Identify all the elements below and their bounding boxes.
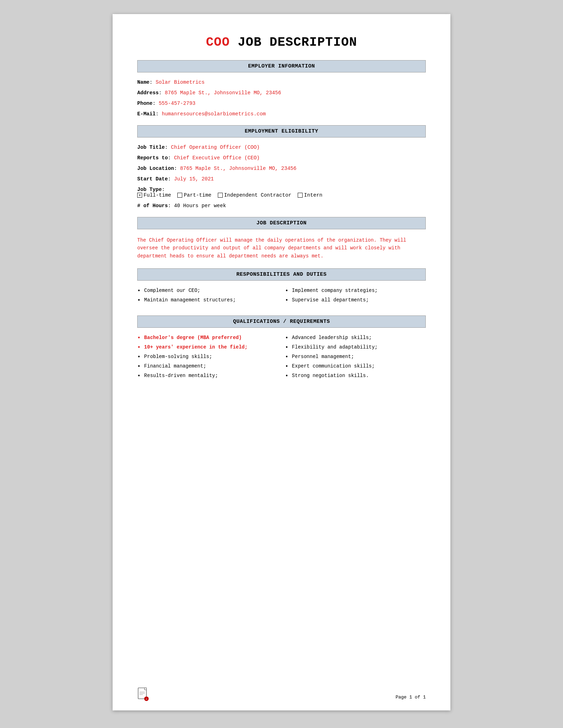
list-item: Implement company strategies; [285,288,426,294]
reports-to-label: Reports to [137,155,168,161]
list-item: Supervise all departments; [285,297,426,304]
phone-label: Phone [137,101,153,106]
contractor-checkbox[interactable] [218,193,223,198]
responsibilities-right-col: Implement company strategies; Supervise … [285,288,426,307]
svg-text:e: e [146,697,147,701]
hours-label: # of Hours [137,203,168,209]
document-icon: e [137,688,150,702]
list-item: Maintain management structures; [137,297,278,304]
document-page: COO JOB DESCRIPTION EMPLOYER INFORMATION… [113,14,450,710]
address-label: Address [137,90,159,96]
start-date-label: Start Date [137,176,168,182]
list-item: Results-driven mentality; [137,373,278,379]
page-title: COO JOB DESCRIPTION [137,35,426,50]
name-field: Name: Solar Biometrics [137,79,426,85]
employment-eligibility-header: EMPLOYMENT ELIGIBILITY [137,125,426,138]
qualifications-section: QUALIFICATIONS / REQUIREMENTS Bachelor's… [137,315,426,383]
list-item: Complement our CEO; [137,288,278,294]
list-item: Bachelor's degree (MBA preferred) [137,335,278,341]
qualifications-left-list: Bachelor's degree (MBA preferred) 10+ ye… [137,335,278,380]
employer-info-header: EMPLOYER INFORMATION [137,60,426,72]
job-location-field: Job Location: 8765 Maple St., Johnsonvil… [137,166,426,171]
list-item: Flexibility and adaptability; [285,344,426,351]
reports-to-field: Reports to: Chief Executive Office (CEO) [137,155,426,161]
phone-field: Phone: 555-457-2793 [137,101,426,106]
intern-checkbox[interactable] [298,193,303,198]
responsibilities-right-list: Implement company strategies; Supervise … [285,288,426,304]
fulltime-checkbox[interactable] [137,193,142,198]
list-item: 10+ years' experience in the field; [137,344,278,351]
address-value: 8765 Maple St., Johnsonville MO, 23456 [165,90,281,96]
hours-field: # of Hours: 40 Hours per week [137,203,426,209]
phone-value: 555-457-2793 [159,101,195,106]
parttime-label: Part-time [184,192,211,198]
list-item: Advanced leadership skills; [285,335,426,341]
job-type-fulltime: Full-time [137,192,171,198]
responsibilities-header: RESPONSIBILITIES AND DUTIES [137,268,426,281]
list-item: Problem-solving skills; [137,354,278,360]
responsibilities-section: RESPONSIBILITIES AND DUTIES Complement o… [137,268,426,307]
parttime-checkbox[interactable] [177,193,182,198]
qualifications-list: Bachelor's degree (MBA preferred) 10+ ye… [137,335,426,383]
job-description-section: JOB DESCRIPTION The Chief Operating Offi… [137,217,426,260]
fulltime-label: Full-time [144,192,171,198]
responsibilities-list: Complement our CEO; Maintain management … [137,288,426,307]
responsibilities-left-list: Complement our CEO; Maintain management … [137,288,278,304]
job-title-label: Job Title [137,145,165,150]
job-description-text: The Chief Operating Officer will manage … [137,236,426,260]
list-item: Expert communication skills; [285,363,426,370]
start-date-field: Start Date: July 15, 2021 [137,176,426,182]
intern-label: Intern [304,192,322,198]
qualifications-right-list: Advanced leadership skills; Flexibility … [285,335,426,380]
job-type-label: Job Type [137,187,162,192]
name-label: Name [137,79,150,85]
hours-value: 40 Hours per week [174,203,226,209]
email-label: E-Mail [137,111,156,117]
svg-rect-1 [145,688,146,690]
reports-to-value: Chief Executive Office (CEO) [174,155,260,161]
job-type-intern: Intern [298,192,322,198]
qualifications-left-col: Bachelor's degree (MBA preferred) 10+ ye… [137,335,278,383]
employment-eligibility-section: EMPLOYMENT ELIGIBILITY Job Title: Chief … [137,125,426,209]
job-location-label: Job Location [137,166,174,171]
address-field: Address: 8765 Maple St., Johnsonville MO… [137,90,426,96]
list-item: Financial management; [137,363,278,370]
job-title-value: Chief Operating Officer (COO) [171,145,260,150]
name-value: Solar Biometrics [156,79,204,85]
job-location-value: 8765 Maple St., Johnsonville MO, 23456 [180,166,297,171]
job-type-field: Job Type: Full-time Part-time Independen… [137,187,426,198]
qualifications-right-col: Advanced leadership skills; Flexibility … [285,335,426,383]
job-type-options: Full-time Part-time Independent Contract… [137,192,426,198]
email-value: humanresources@solarbiometrics.com [162,111,266,117]
title-suffix: JOB DESCRIPTION [230,35,357,50]
qualifications-header: QUALIFICATIONS / REQUIREMENTS [137,315,426,328]
job-type-contractor: Independent Contractor [218,192,291,198]
contractor-label: Independent Contractor [224,192,291,198]
job-title-field: Job Title: Chief Operating Officer (COO) [137,145,426,150]
job-description-header: JOB DESCRIPTION [137,217,426,229]
email-field: E-Mail: humanresources@solarbiometrics.c… [137,111,426,117]
page-number: Page 1 of 1 [396,695,426,700]
responsibilities-left-col: Complement our CEO; Maintain management … [137,288,278,307]
title-coo: COO [206,35,230,50]
job-type-parttime: Part-time [177,192,211,198]
start-date-value: July 15, 2021 [174,176,214,182]
employer-information-section: EMPLOYER INFORMATION Name: Solar Biometr… [137,60,426,117]
page-footer: Page 1 of 1 [396,695,426,700]
list-item: Strong negotiation skills. [285,373,426,379]
list-item: Personnel management; [285,354,426,360]
